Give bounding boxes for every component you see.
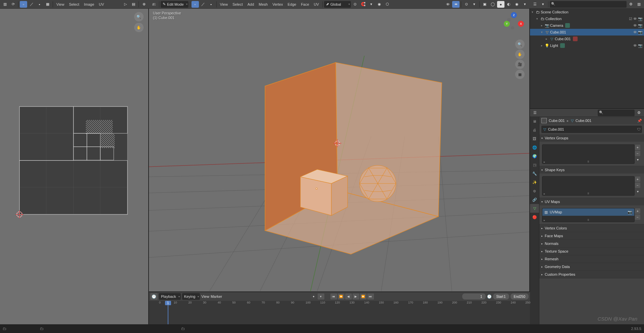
vp-menu-vertex[interactable]: Vertex [270,1,285,8]
panel-geometry-data[interactable]: ▸Geometry Data [539,263,644,270]
properties-editor-icon[interactable]: ☰ [531,110,539,116]
vg-menu-icon[interactable]: ▾ [635,157,640,162]
outliner-new-collection-icon[interactable]: ▥ [635,1,643,8]
tab-material-icon[interactable]: 🔴 [530,213,539,221]
vp-menu-uv[interactable]: UV [312,1,321,8]
autokey-icon[interactable]: ● [310,293,317,299]
overlay-toggle-icon[interactable]: ⊙ [463,1,470,8]
uvmap-camera-icon[interactable]: 📷 [628,210,632,214]
outliner-row[interactable]: ▾🗀Scene Collection [530,9,644,15]
uv-menu-select[interactable]: Select [67,1,82,8]
mode-dropdown[interactable]: ✎Edit Mode [161,1,189,8]
tab-physics-icon[interactable]: ⊚ [530,187,539,195]
sk-menu-icon[interactable]: ▾ [635,189,640,194]
jump-start-icon[interactable]: ⏮ [330,293,337,299]
snap-to-icon[interactable]: ▾ [368,1,375,8]
autokey-menu-icon[interactable]: ▾ [318,293,324,299]
uv-sel-vert-icon[interactable]: ▫ [20,1,27,8]
shade-solid-icon[interactable]: ● [497,1,504,8]
shape-keys-list[interactable]: ⠿+−▾ [542,176,635,196]
editor-type-icon[interactable]: ▥ [1,1,9,8]
vp-menu-add[interactable]: Add [246,1,256,8]
uv-editor-canvas[interactable]: 🔍 ✋ [0,9,149,324]
tab-object-icon[interactable]: ◳ [530,160,539,169]
panel-uv-maps[interactable]: ▾UV Maps [539,198,644,205]
outliner-editor-icon[interactable]: ☰ [531,1,539,8]
uv-new-image-icon[interactable]: ▷ [122,1,129,8]
vp-menu-mesh[interactable]: Mesh [257,1,270,8]
jump-next-key-icon[interactable]: ⏩ [360,293,367,299]
play-icon[interactable]: ▶ [353,293,359,299]
proportional-icon[interactable]: ◉ [376,1,383,8]
uv-menu-image[interactable]: Image [82,1,96,8]
tab-output-icon[interactable]: 🖨 [530,126,539,134]
clock-icon[interactable]: 🕐 [487,294,492,299]
timeline-playback-menu[interactable]: Playback [159,293,181,300]
vp-menu-select[interactable]: Select [230,1,245,8]
panel-normals[interactable]: ▸Normals [539,240,644,247]
uv-add-icon[interactable]: + [635,208,640,214]
shade-render-icon[interactable]: ◉ [513,1,521,8]
timeline-keying-menu[interactable]: Keying [182,293,200,300]
tab-render-icon[interactable]: 🖥 [530,117,539,126]
uv-open-image-icon[interactable]: ▤ [130,1,137,8]
outliner-row[interactable]: ▸▽Cube.001 [530,36,644,42]
shield-icon[interactable]: 🛡 [637,127,641,131]
uv-sel-edge-icon[interactable]: ／ [28,1,35,8]
proportional-falloff-icon[interactable]: ⬡ [384,1,391,8]
timeline-view-menu[interactable]: View [201,294,209,298]
xray-icon[interactable]: ▣ [481,1,488,8]
timeline-marker-menu[interactable]: Marker [211,294,222,298]
sel-face-icon[interactable]: ▪ [208,1,215,8]
sk-add-icon[interactable]: + [635,177,640,182]
tab-mesh-icon[interactable]: ▽ [530,204,539,213]
outliner-row[interactable]: ▸📷Camera 👁📷 [530,22,644,29]
properties-search[interactable] [598,110,635,116]
mesh-name-field[interactable]: ▽Cube.001 🛡 [541,126,642,133]
outliner-search[interactable] [550,1,627,8]
panel-face-maps[interactable]: ▸Face Maps [539,232,644,240]
shade-wire-icon[interactable]: ◯ [489,1,496,8]
current-frame-field[interactable]: 1 [462,293,486,299]
vp-menu-edge[interactable]: Edge [285,1,298,8]
tab-scene-icon[interactable]: 🌐 [530,143,539,152]
play-reverse-icon[interactable]: ◀ [345,293,352,299]
uv-sel-island-icon[interactable]: ▦ [44,1,51,8]
playhead[interactable] [168,301,168,324]
uv-menu-uv[interactable]: UV [97,1,106,8]
orientation-dropdown[interactable]: ⬈Global [324,1,351,8]
uv-sync-icon[interactable]: ⟳ [9,1,17,8]
vertex-groups-list[interactable]: ⠿+−▾ [542,144,635,164]
panel-custom-properties[interactable]: ▸Custom Properties [539,271,644,278]
panel-shape-keys[interactable]: ▾Shape Keys [539,166,644,174]
uv-sel-face-icon[interactable]: ▪ [36,1,43,8]
uv-remove-icon[interactable]: − [635,214,640,220]
sel-vert-icon[interactable]: ▫ [192,1,199,8]
sel-edge-icon[interactable]: ／ [200,1,207,8]
uvmap-item[interactable]: UVMap [550,210,562,214]
tab-particle-icon[interactable]: ✨ [530,178,539,187]
panel-texture-space[interactable]: ▸Texture Space [539,248,644,255]
mesh-visibility-icon[interactable]: 👁 [444,1,451,8]
editor-type-3d-icon[interactable]: #⃣ [150,1,158,8]
uv-menu-view[interactable]: View [54,1,66,8]
outliner-row[interactable]: ▾🗀Collection ☑👁📷 [530,15,644,22]
outliner-row-active[interactable]: ▾▽Cube.001 👁📷 [530,29,644,36]
panel-vertex-colors[interactable]: ▸Vertex Colors [539,224,644,232]
shade-matprev-icon[interactable]: ◐ [505,1,513,8]
timeline-track[interactable]: 0102030405060708090100110120130140150160… [149,301,530,324]
gizmo-toggle-icon[interactable]: ⬌ [452,1,460,8]
start-frame-field[interactable]: Start1 [493,293,509,299]
jump-prev-key-icon[interactable]: ⏪ [338,293,344,299]
tab-world-icon[interactable]: 🌍 [530,152,539,160]
uv-maps-list[interactable]: ▥UVMap 📷 ⠿ +− [542,208,635,222]
vg-remove-icon[interactable]: − [635,151,640,156]
timeline-editor-icon[interactable]: 🕐 [150,293,158,300]
sk-remove-icon[interactable]: − [635,183,640,188]
viewport-canvas[interactable]: User Perspective (1) Cube.001 X Y Z 🔍 ✋ … [149,9,530,291]
shade-options-icon[interactable]: ▾ [521,1,529,8]
vg-add-icon[interactable]: + [635,145,640,150]
jump-end-icon[interactable]: ⏭ [367,293,374,299]
overlay-menu-icon[interactable]: ▾ [471,1,478,8]
pivot-icon[interactable]: ⊙ [352,1,359,8]
